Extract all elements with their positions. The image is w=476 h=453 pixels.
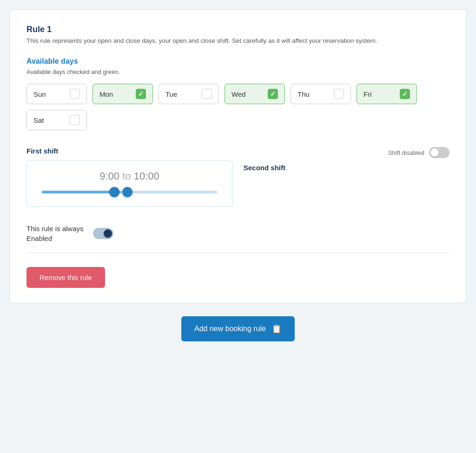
- day-wed-checkbox[interactable]: ✓: [268, 89, 278, 99]
- day-tue-label: Tue: [165, 90, 177, 98]
- day-sun-label: Sun: [33, 90, 46, 98]
- first-shift-start: 9:00: [99, 170, 119, 182]
- always-enabled-row: This rule is always Enabled: [26, 224, 450, 253]
- day-mon-label: Mon: [99, 90, 113, 98]
- day-wed-checkmark: ✓: [270, 90, 276, 98]
- day-sat[interactable]: Sat ✓: [26, 110, 87, 130]
- shift-disabled-label: Shift disabled: [388, 149, 424, 156]
- first-shift-time-display: 9:00 to 10:00: [38, 170, 221, 182]
- day-fri[interactable]: Fri ✓: [357, 84, 417, 104]
- first-shift-slider-track[interactable]: [42, 191, 217, 193]
- rule-subtitle: This rule represents your open and close…: [26, 37, 450, 44]
- shift-disabled-row: Shift disabled: [244, 147, 450, 158]
- day-tue-checkbox[interactable]: ✓: [202, 89, 212, 99]
- day-sun[interactable]: Sun ✓: [26, 84, 87, 104]
- day-wed[interactable]: Wed ✓: [225, 84, 285, 104]
- shifts-row: First shift 9:00 to 10:00 Shif: [26, 147, 450, 207]
- second-shift-toggle[interactable]: [429, 147, 450, 158]
- first-shift-end: 10:00: [134, 170, 159, 182]
- add-booking-rule-button[interactable]: Add new booking rule 📋: [181, 316, 295, 341]
- day-fri-checkmark: ✓: [402, 90, 408, 98]
- first-shift-handle-start[interactable]: [109, 187, 119, 197]
- day-sat-checkbox[interactable]: ✓: [70, 115, 80, 125]
- day-tue[interactable]: Tue ✓: [159, 84, 219, 104]
- first-shift-box: 9:00 to 10:00: [26, 160, 232, 207]
- available-days-title: Available days: [26, 57, 450, 66]
- day-sun-checkbox[interactable]: ✓: [70, 89, 80, 99]
- days-row: Sun ✓ Mon ✓ Tue ✓ Wed ✓ Thu: [26, 84, 450, 130]
- first-shift-slider-handles[interactable]: [109, 187, 132, 197]
- always-enabled-line2: Enabled: [26, 233, 84, 243]
- always-enabled-toggle[interactable]: [93, 228, 113, 239]
- rule-card: Rule 1 This rule represents your open an…: [9, 9, 467, 303]
- day-fri-checkbox[interactable]: ✓: [400, 89, 410, 99]
- day-wed-label: Wed: [231, 90, 246, 98]
- first-shift-label: First shift: [26, 147, 232, 155]
- day-fri-label: Fri: [364, 90, 372, 98]
- always-enabled-text: This rule is always Enabled: [26, 224, 84, 243]
- add-booking-rule-label: Add new booking rule: [194, 325, 266, 333]
- day-sat-label: Sat: [33, 116, 44, 124]
- day-mon-checkmark: ✓: [138, 90, 144, 98]
- document-icon: 📋: [271, 324, 282, 334]
- first-shift-handle-end[interactable]: [122, 187, 132, 197]
- day-thu-checkbox[interactable]: ✓: [334, 89, 344, 99]
- first-shift-section: First shift 9:00 to 10:00: [26, 147, 232, 207]
- second-shift-label: Second shift: [244, 164, 450, 172]
- first-shift-to: to: [122, 170, 131, 182]
- day-thu-label: Thu: [298, 90, 310, 98]
- day-mon[interactable]: Mon ✓: [93, 84, 153, 104]
- day-mon-checkbox[interactable]: ✓: [136, 89, 146, 99]
- remove-rule-button[interactable]: Remove this rule: [26, 267, 105, 288]
- rule-title: Rule 1: [26, 25, 450, 34]
- available-days-desc: Available days checked and green.: [26, 68, 450, 75]
- day-thu[interactable]: Thu ✓: [291, 84, 351, 104]
- second-shift-section: Shift disabled Second shift: [244, 147, 450, 207]
- always-enabled-line1: This rule is always: [26, 224, 84, 233]
